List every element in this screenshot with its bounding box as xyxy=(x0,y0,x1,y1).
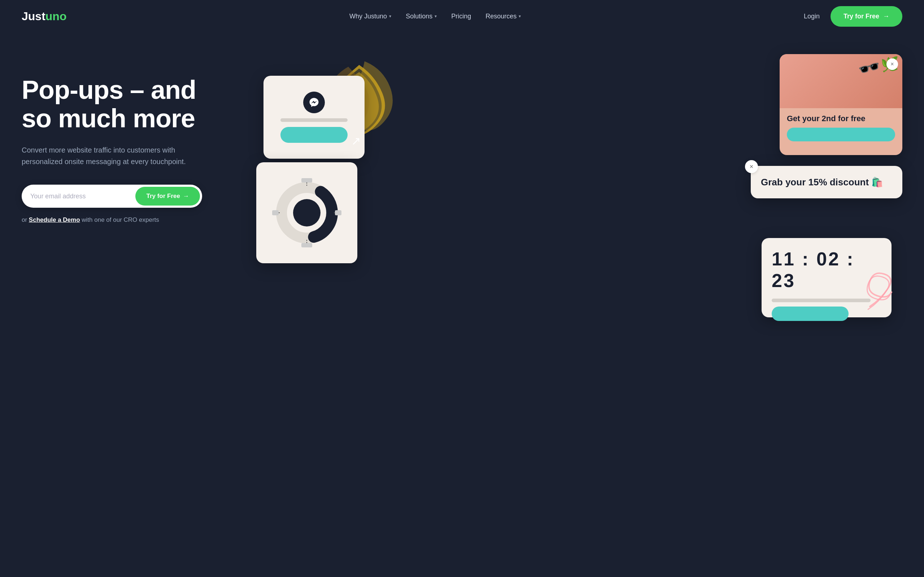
svg-rect-10 xyxy=(335,210,341,215)
timer-cta-button xyxy=(772,306,848,321)
demo-text: or Schedule a Demo with one of our CRO e… xyxy=(22,216,231,224)
hero-right: ↗ × 🕶️ 🌿 Get your 2nd for free × Grab yo… xyxy=(246,54,902,324)
discount-banner-card: × Grab your 15% discount 🛍️ xyxy=(751,166,902,198)
nav-item-resources[interactable]: Resources ▾ xyxy=(485,13,521,20)
card-line-1 xyxy=(281,118,347,122)
card-teal-button-1 xyxy=(281,127,347,143)
product-body: Get your 2nd for free xyxy=(780,108,902,146)
arrow-icon: → xyxy=(183,193,189,200)
svg-point-2 xyxy=(293,199,320,226)
logo-uno: uno xyxy=(45,10,67,23)
nav-item-why-justuno[interactable]: Why Justuno ▾ xyxy=(349,13,391,20)
sunglasses-icon: 🕶️ xyxy=(856,55,883,81)
logo[interactable]: Justuno xyxy=(22,10,66,23)
nav-item-solutions[interactable]: Solutions ▾ xyxy=(406,13,437,20)
hero-subtitle: Convert more website traffic into custom… xyxy=(22,144,202,167)
nav-right: Login Try for Free → xyxy=(804,6,902,27)
arrow-icon: → xyxy=(883,13,889,20)
nav-item-pricing[interactable]: Pricing xyxy=(451,13,471,20)
timer-line xyxy=(772,298,871,302)
svg-rect-8 xyxy=(301,243,312,247)
schedule-demo-link[interactable]: Schedule a Demo xyxy=(29,216,80,223)
email-form: Try for Free → xyxy=(22,185,202,208)
svg-rect-9 xyxy=(272,210,279,215)
discount-text: Grab your 15% discount 🛍️ xyxy=(761,177,883,188)
email-input[interactable] xyxy=(30,193,135,200)
chevron-down-icon: ▾ xyxy=(389,14,391,19)
nav-try-free-button[interactable]: Try for Free → xyxy=(830,6,902,27)
messenger-popup-card: ↗ xyxy=(263,76,365,159)
product-title: Get your 2nd for free xyxy=(787,114,895,123)
close-icon[interactable]: × xyxy=(887,58,898,70)
hero-title: Pop-ups – and so much more xyxy=(22,76,231,133)
hero-section: Pop-ups – and so much more Convert more … xyxy=(0,32,924,577)
product-image: 🕶️ 🌿 xyxy=(780,54,902,108)
donut-chart xyxy=(271,177,343,249)
pink-swirl-decoration xyxy=(863,271,899,314)
messenger-icon xyxy=(303,92,325,113)
product-popup-card: × 🕶️ 🌿 Get your 2nd for free xyxy=(780,54,902,155)
hero-left: Pop-ups – and so much more Convert more … xyxy=(22,54,231,224)
product-cta-button xyxy=(787,128,895,141)
countdown-timer-card: 11 : 02 : 23 xyxy=(762,238,892,318)
login-link[interactable]: Login xyxy=(804,13,820,20)
close-icon[interactable]: × xyxy=(745,160,758,173)
chevron-down-icon: ▾ xyxy=(435,14,437,19)
svg-rect-7 xyxy=(301,178,312,182)
cursor-icon: ↗ xyxy=(351,134,361,148)
chevron-down-icon: ▾ xyxy=(519,14,521,19)
hero-try-free-button[interactable]: Try for Free → xyxy=(135,187,200,206)
nav-links: Why Justuno ▾ Solutions ▾ Pricing Resour… xyxy=(349,13,521,20)
donut-chart-card xyxy=(256,162,357,263)
donut-svg xyxy=(271,177,343,249)
navbar: Justuno Why Justuno ▾ Solutions ▾ Pricin… xyxy=(0,0,924,32)
logo-just: Just xyxy=(22,10,45,23)
